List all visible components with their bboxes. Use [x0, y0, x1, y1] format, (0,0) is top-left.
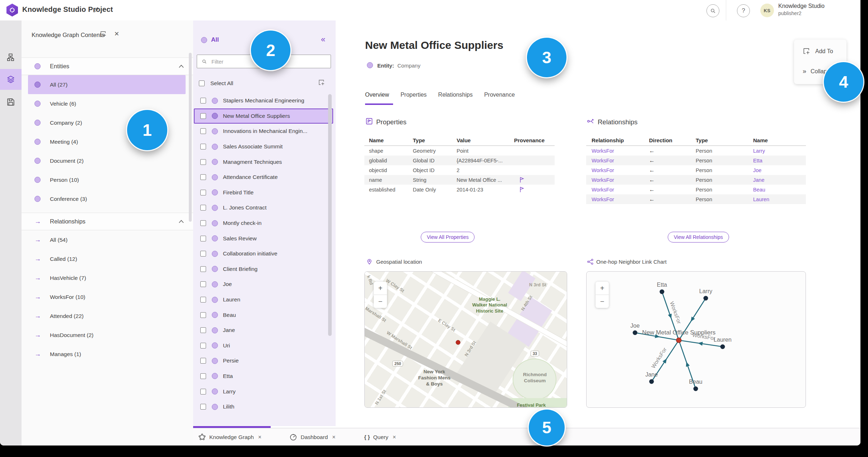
view-tab-knowledge-graph[interactable]: Knowledge Graph×	[198, 433, 261, 441]
relationships-section-header[interactable]: → Relationships	[22, 213, 193, 230]
instance-checkbox[interactable]	[200, 236, 206, 241]
relationship-row[interactable]: WorksFor←PersonJane	[586, 175, 806, 185]
entity-instance-item[interactable]: Sales Associate Summit	[194, 139, 333, 154]
view-all-properties-button[interactable]: View All Properties	[421, 232, 475, 243]
rail-item-layers[interactable]	[0, 69, 22, 90]
relationship-type-item[interactable]: →HasDocument (2)	[28, 326, 186, 345]
zoom-out-button[interactable]: −	[596, 295, 609, 308]
entity-instance-item[interactable]: Uri	[194, 338, 333, 354]
instance-checkbox[interactable]	[200, 327, 206, 333]
instance-checkbox[interactable]	[200, 373, 206, 379]
entity-type-item[interactable]: Document (2)	[28, 151, 186, 170]
relationship-type-item[interactable]: →WorksFor (10)	[28, 287, 186, 306]
relationship-type-item[interactable]: →Called (12)	[28, 249, 186, 268]
chevron-up-icon[interactable]	[179, 65, 184, 68]
related-entity-link[interactable]: Larry	[753, 148, 806, 154]
related-entity-link[interactable]: Joe	[753, 167, 806, 173]
relationship-link[interactable]: WorksFor	[592, 158, 649, 163]
relationship-link[interactable]: WorksFor	[592, 177, 649, 183]
provenance-flag-icon[interactable]	[514, 186, 555, 193]
entity-type-item[interactable]: Conference (3)	[28, 189, 186, 208]
entity-instance-item[interactable]: L. Jones Contract	[194, 200, 333, 216]
relationship-row[interactable]: WorksFor←PersonJoe	[586, 165, 806, 175]
instance-checkbox[interactable]	[200, 220, 206, 226]
entity-instance-item[interactable]: Staplers Mechanical Engineering	[194, 93, 333, 109]
entity-instance-item[interactable]: Lauren	[194, 292, 333, 308]
search-button[interactable]	[706, 4, 719, 17]
related-entity-link[interactable]: Lauren	[753, 197, 806, 202]
relationship-link[interactable]: WorksFor	[592, 148, 649, 154]
add-to-new-icon[interactable]	[100, 31, 107, 37]
property-row[interactable]: establishedDate Only2014-01-23	[364, 185, 555, 194]
relationship-type-item[interactable]: →Attended (22)	[28, 306, 186, 326]
zoom-out-button[interactable]: −	[374, 295, 387, 308]
relationship-row[interactable]: WorksFor←PersonBeau	[586, 185, 806, 194]
entity-instance-item[interactable]: Attendance Certificate	[194, 170, 333, 185]
property-row[interactable]: shapeGeometryPoint	[364, 146, 555, 156]
collapse-panel-icon[interactable]: «	[321, 35, 325, 44]
instance-checkbox[interactable]	[200, 358, 206, 364]
instance-checkbox[interactable]	[200, 113, 206, 119]
entity-instance-item[interactable]: Persie	[194, 353, 333, 369]
instance-checkbox[interactable]	[200, 205, 206, 211]
entity-type-item[interactable]: Person (10)	[28, 170, 186, 189]
geospatial-map[interactable]: k RdW Clay StE Clay StMarshall StW Marsh…	[364, 271, 567, 408]
instance-checkbox[interactable]	[200, 128, 206, 134]
instance-checkbox[interactable]	[200, 312, 206, 318]
instance-checkbox[interactable]	[200, 266, 206, 272]
relationship-row[interactable]: WorksFor←PersonLauren	[586, 194, 806, 204]
detail-tab-properties[interactable]: Properties	[401, 92, 427, 98]
rail-item-save[interactable]	[0, 92, 22, 112]
instance-checkbox[interactable]	[200, 98, 206, 103]
entity-instance-item[interactable]: Joe	[194, 277, 333, 292]
entity-instance-item[interactable]: Larry	[194, 384, 333, 399]
entity-instance-item[interactable]: Etta	[194, 369, 333, 384]
select-all-checkbox[interactable]	[199, 80, 205, 86]
rail-item-data-model[interactable]	[0, 47, 22, 68]
entity-instance-item[interactable]: Sales Review	[194, 231, 333, 246]
instance-checkbox[interactable]	[200, 389, 206, 394]
entity-instance-item[interactable]: Montly check-in	[194, 216, 333, 231]
related-entity-link[interactable]: Beau	[753, 187, 806, 193]
relationship-type-item[interactable]: →Manages (1)	[28, 345, 186, 364]
relationship-link[interactable]: WorksFor	[592, 167, 649, 173]
zoom-in-button[interactable]: +	[374, 282, 387, 295]
help-button[interactable]: ?	[737, 4, 750, 17]
entity-type-item[interactable]: All (27)	[28, 75, 186, 94]
relationship-link[interactable]: WorksFor	[592, 187, 649, 193]
instance-checkbox[interactable]	[200, 190, 206, 195]
close-tab-icon[interactable]: ×	[258, 434, 261, 440]
entity-instance-item[interactable]: Collaboration initiative	[194, 246, 333, 262]
list-scrollbar[interactable]	[328, 94, 332, 336]
instance-checkbox[interactable]	[200, 404, 206, 410]
close-tab-icon[interactable]: ×	[393, 434, 396, 440]
entity-instance-item[interactable]: Jane	[194, 323, 333, 338]
property-row[interactable]: objectidObject ID2	[364, 165, 555, 175]
entity-instance-item[interactable]: Managment Techniques	[194, 154, 333, 170]
entity-instance-item[interactable]: Innovations in Mechanical Engin...	[194, 124, 333, 139]
user-avatar[interactable]: KS	[760, 4, 774, 17]
edit-title-icon[interactable]	[93, 6, 100, 13]
close-panel-icon[interactable]: ✕	[114, 30, 119, 38]
instance-checkbox[interactable]	[200, 297, 206, 303]
expand-rail-button[interactable]: »	[0, 444, 22, 446]
related-entity-link[interactable]: Etta	[753, 158, 806, 163]
entity-instance-item[interactable]: Firebird Title	[194, 185, 333, 200]
entity-instance-item[interactable]: Beau	[194, 307, 333, 323]
entities-section-header[interactable]: Entities	[22, 57, 193, 75]
instance-checkbox[interactable]	[200, 144, 206, 149]
detail-tab-relationships[interactable]: Relationships	[438, 92, 473, 98]
relationship-link[interactable]: WorksFor	[592, 197, 649, 202]
add-to-new-icon[interactable]	[318, 79, 325, 86]
zoom-in-button[interactable]: +	[596, 282, 609, 295]
property-row[interactable]: nameStringNew Metal Office ...	[364, 175, 555, 185]
relationship-type-item[interactable]: →HasVehicle (7)	[28, 268, 186, 287]
relationship-row[interactable]: WorksFor←PersonEtta	[586, 156, 806, 165]
detail-tab-overview[interactable]: Overview	[365, 92, 389, 98]
instance-checkbox[interactable]	[200, 159, 206, 165]
entity-type-item[interactable]: Vehicle (6)	[28, 94, 186, 113]
provenance-flag-icon[interactable]	[514, 177, 555, 183]
relationship-type-item[interactable]: →All (54)	[28, 230, 186, 249]
add-to-menu-item[interactable]: Add To	[803, 47, 833, 55]
relationship-row[interactable]: WorksFor←PersonLarry	[586, 146, 806, 156]
